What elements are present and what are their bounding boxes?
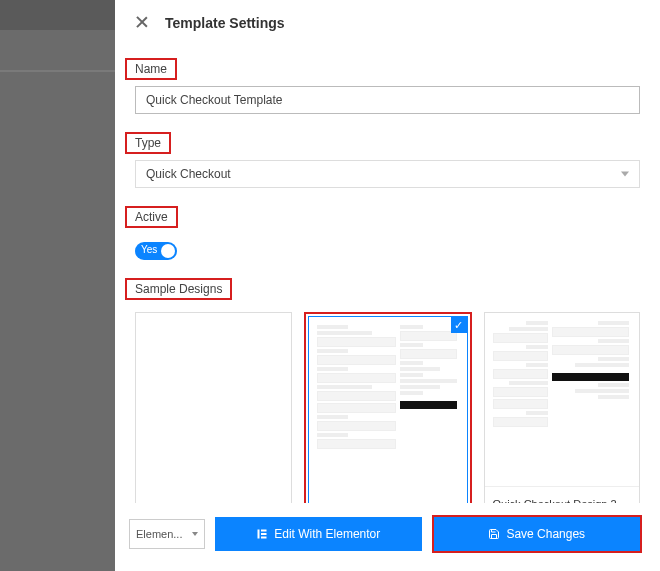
save-button-label: Save Changes [506,527,585,541]
edit-with-elementor-button[interactable]: Edit With Elementor [215,517,422,551]
toggle-knob [161,244,175,258]
panel-title: Template Settings [165,15,285,31]
backdrop [0,0,115,571]
save-icon [488,528,500,540]
editor-select[interactable]: Elemen... [129,519,205,549]
settings-panel: Template Settings Name Type Quick Checko… [115,0,660,571]
design-1-preview [309,317,467,505]
svg-rect-1 [261,530,267,532]
edit-button-label: Edit With Elementor [274,527,380,541]
chevron-down-icon [192,532,199,536]
panel-header: Template Settings [115,0,660,40]
save-changes-button[interactable]: Save Changes [434,517,641,551]
save-button-highlight: Save Changes [432,515,643,553]
svg-rect-3 [261,537,267,539]
design-2-preview [485,313,640,486]
selected-check-icon: ✓ [451,317,467,333]
type-label: Type [125,132,171,154]
editor-select-value: Elemen... [136,528,182,540]
type-value: Quick Checkout [146,167,231,181]
svg-rect-2 [261,533,267,535]
svg-rect-0 [258,530,260,539]
panel-footer: Elemen... Edit With Elementor Save Chang… [115,503,660,571]
design-card-blank[interactable] [135,312,292,510]
elementor-icon [256,528,268,540]
toggle-label: Yes [141,244,157,255]
chevron-down-icon [621,172,629,177]
name-input[interactable] [135,86,640,114]
close-icon[interactable] [133,14,151,32]
active-label: Active [125,206,178,228]
name-label: Name [125,58,177,80]
active-toggle[interactable]: Yes [135,242,177,260]
sample-designs-label: Sample Designs [125,278,232,300]
type-select[interactable]: Quick Checkout [135,160,640,188]
panel-content: Name Type Quick Checkout Active Yes Samp… [115,40,660,545]
